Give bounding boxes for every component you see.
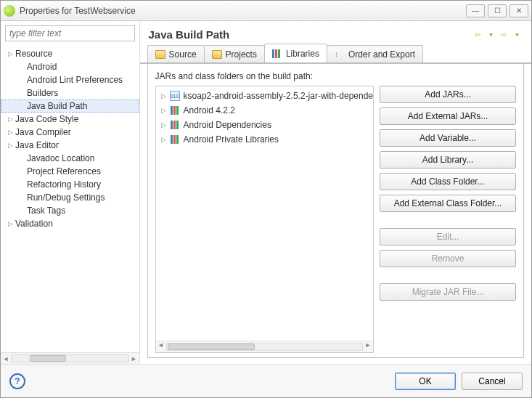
tree-item-java-compiler[interactable]: ▷Java Compiler: [1, 126, 139, 139]
tree-item-label: Run/Debug Settings: [27, 192, 105, 203]
expand-icon[interactable]: ▷: [5, 220, 15, 227]
minimize-button[interactable]: —: [466, 4, 485, 17]
window-title: Properties for TestWebservice: [20, 6, 466, 16]
button-spacer: [380, 216, 516, 224]
scroll-thumb[interactable]: [168, 344, 255, 350]
tree-item-run-debug-settings[interactable]: Run/Debug Settings: [1, 191, 139, 204]
expand-icon[interactable]: ▷: [5, 50, 15, 57]
tab-label: Libraries: [286, 49, 319, 59]
forward-menu-icon[interactable]: ▾: [511, 29, 523, 41]
tree-item-android[interactable]: Android: [1, 60, 139, 73]
scroll-left-icon[interactable]: ◄: [156, 341, 166, 349]
library-item[interactable]: ▷Android Private Libraries: [156, 132, 373, 147]
scroll-right-icon[interactable]: ►: [363, 341, 373, 349]
library-icon: [272, 49, 282, 58]
tree-item-resource[interactable]: ▷Resource: [1, 47, 139, 60]
category-sidebar: ▷ResourceAndroidAndroid Lint Preferences…: [1, 21, 140, 364]
close-button[interactable]: ✕: [510, 4, 528, 17]
button-spacer: [380, 272, 516, 279]
build-path-tabs: Source Projects Libraries ↕ Order and Ex…: [140, 45, 531, 64]
expand-icon[interactable]: ▷: [5, 115, 15, 123]
tree-item-builders[interactable]: Builders: [1, 86, 139, 99]
tab-projects[interactable]: Projects: [204, 45, 265, 62]
scroll-left-icon[interactable]: ◄: [1, 355, 11, 362]
add-class-folder-button[interactable]: Add Class Folder...: [380, 173, 516, 190]
jar-icon: 010: [169, 91, 181, 101]
help-button[interactable]: ?: [9, 373, 25, 389]
order-icon: ↕: [335, 50, 345, 59]
scroll-track[interactable]: [11, 354, 129, 362]
tab-label: Projects: [226, 49, 257, 60]
expand-icon[interactable]: ▷: [5, 142, 15, 149]
library-item-label: Android 4.2.2: [184, 105, 235, 115]
dialog-body: ▷ResourceAndroidAndroid Lint Preferences…: [1, 21, 531, 364]
expand-icon[interactable]: ▷: [5, 129, 15, 136]
library-item[interactable]: ▷Android Dependencies: [156, 118, 373, 132]
add-library-button[interactable]: Add Library...: [380, 151, 516, 168]
libraries-list-inner: ▷010ksoap2-android-assembly-2.5.2-jar-wi…: [156, 86, 373, 341]
tree-item-label: Java Compiler: [15, 127, 71, 137]
back-menu-icon[interactable]: ▾: [485, 29, 496, 41]
libraries-tab-panel: JARs and class folders on the build path…: [147, 64, 524, 358]
filter-input[interactable]: [9, 28, 131, 38]
tree-item-java-build-path[interactable]: Java Build Path: [1, 99, 139, 113]
libraries-content: ▷010ksoap2-android-assembly-2.5.2-jar-wi…: [155, 86, 516, 353]
expand-icon[interactable]: ▷: [159, 92, 169, 99]
library-item[interactable]: ▷010ksoap2-android-assembly-2.5.2-jar-wi…: [156, 89, 373, 103]
tree-item-label: Java Code Style: [15, 114, 78, 124]
tab-order-export[interactable]: ↕ Order and Export: [327, 45, 423, 62]
tree-item-label: Android: [27, 62, 57, 72]
scroll-right-icon[interactable]: ►: [129, 355, 139, 362]
library-item-label: Android Dependencies: [184, 120, 271, 130]
dialog-footer: ? OK Cancel: [1, 364, 531, 397]
ok-button[interactable]: OK: [395, 373, 456, 390]
tree-item-java-editor[interactable]: ▷Java Editor: [1, 139, 139, 152]
add-external-jars-button[interactable]: Add External JARs...: [380, 107, 516, 125]
tree-item-label: Resource: [15, 49, 52, 59]
remove-button: Remove: [380, 250, 516, 267]
tree-item-label: Builders: [27, 88, 58, 98]
app-icon: [4, 5, 15, 17]
tree-item-validation[interactable]: ▷Validation: [1, 217, 139, 230]
libraries-description: JARs and class folders on the build path…: [155, 71, 516, 81]
tree-item-task-tags[interactable]: Task Tags: [1, 204, 139, 217]
cancel-button[interactable]: Cancel: [462, 373, 523, 390]
library-item-label: ksoap2-android-assembly-2.5.2-jar-with-d…: [184, 91, 373, 101]
tree-item-label: Android Lint Preferences: [27, 75, 123, 85]
tree-item-label: Project References: [27, 166, 101, 176]
tab-source[interactable]: Source: [147, 45, 205, 62]
page-title: Java Build Path: [149, 28, 472, 41]
forward-icon[interactable]: ⇨: [498, 29, 510, 41]
filter-field[interactable]: [5, 25, 135, 41]
tree-item-android-lint-preferences[interactable]: Android Lint Preferences: [1, 73, 139, 86]
library-item-label: Android Private Libraries: [184, 134, 279, 145]
tab-label: Order and Export: [348, 49, 415, 60]
libraries-list[interactable]: ▷010ksoap2-android-assembly-2.5.2-jar-wi…: [155, 86, 374, 353]
add-variable-button[interactable]: Add Variable...: [380, 129, 516, 147]
scroll-thumb[interactable]: [30, 355, 66, 362]
page-header: Java Build Path ⇦ ▾ ⇨ ▾: [140, 21, 531, 45]
library-icon: [169, 134, 181, 145]
expand-icon[interactable]: ▷: [159, 121, 169, 129]
tree-item-java-code-style[interactable]: ▷Java Code Style: [1, 113, 139, 126]
tree-item-refactoring-history[interactable]: Refactoring History: [1, 178, 139, 191]
expand-icon[interactable]: ▷: [159, 136, 169, 143]
maximize-button[interactable]: ☐: [488, 4, 507, 17]
tree-item-label: Java Editor: [15, 140, 59, 150]
back-icon[interactable]: ⇦: [472, 29, 483, 41]
expand-icon[interactable]: ▷: [159, 107, 169, 114]
properties-dialog: Properties for TestWebservice — ☐ ✕ ▷Res…: [0, 0, 532, 398]
sidebar-horizontal-scrollbar[interactable]: ◄ ►: [1, 352, 139, 364]
tree-item-project-references[interactable]: Project References: [1, 165, 139, 178]
tree-item-label: Refactoring History: [27, 179, 101, 190]
window-controls: — ☐ ✕: [466, 4, 528, 17]
add-jars-button[interactable]: Add JARs...: [380, 86, 516, 103]
folder-icon: [155, 50, 165, 59]
tab-libraries[interactable]: Libraries: [264, 44, 327, 62]
list-horizontal-scrollbar[interactable]: ◄ ►: [156, 341, 373, 352]
add-external-class-folder-button[interactable]: Add External Class Folder...: [380, 195, 516, 212]
category-tree[interactable]: ▷ResourceAndroidAndroid Lint Preferences…: [1, 46, 139, 352]
library-item[interactable]: ▷Android 4.2.2: [156, 103, 373, 118]
tree-item-label: Java Build Path: [27, 101, 87, 111]
tree-item-javadoc-location[interactable]: Javadoc Location: [1, 152, 139, 165]
